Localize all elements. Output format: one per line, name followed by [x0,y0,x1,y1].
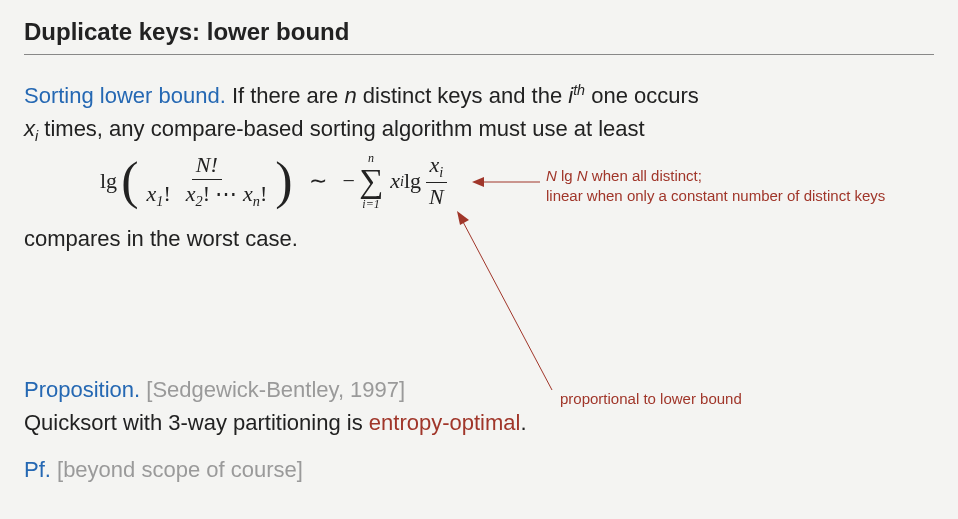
below-formula-text: compares in the worst case. [24,222,934,255]
minus-sign: − [343,168,355,194]
var-n: n [344,83,356,108]
sim-symbol: ∼ [309,168,327,194]
annot1-N1: N [546,167,557,184]
den-e1: ! [163,181,170,206]
keyword-pf: Pf. [24,457,51,482]
sup-th: th [573,82,585,98]
den-xn: x [243,181,253,206]
lparen-icon: ( [121,155,138,207]
frac2-num: xi [426,152,448,183]
den-e2: ! [203,181,210,206]
term-lg: lg [404,168,421,194]
intro-text-1a: If there are [226,83,345,108]
proof-block: Pf. [beyond scope of course] [24,453,934,486]
frac2-x: x [430,152,440,177]
citation: [Sedgewick-Bentley, 1997] [140,377,405,402]
num-N-fact: N! [196,152,218,177]
proposition-block: Proposition. [Sedgewick-Bentley, 1997] Q… [24,373,934,439]
fn-lg: lg [100,168,117,194]
den-sn: n [253,193,260,209]
prop-text-a: Quicksort with 3-way partitioning is [24,410,369,435]
frac-num: N! [192,152,222,180]
pf-note: [beyond scope of course] [51,457,303,482]
sum-bot: i=1 [362,198,379,210]
den-dots: ⋯ [215,181,243,206]
intro-text-1c: one occurs [585,83,699,108]
annot1-lg: lg [557,167,577,184]
frac-xi-N: xi N [425,152,448,210]
intro-text-2a: times, any compare-based sorting algorit… [38,116,645,141]
frac-den: x1! x2! ⋯ xn! [142,180,271,210]
keyword-sorting-lower-bound: Sorting lower bound. [24,83,226,108]
rparen-icon: ) [275,155,292,207]
intro-text-1b: distinct keys and the [357,83,569,108]
annotation-proportional: proportional to lower bound [560,389,742,409]
den-x2: x [186,181,196,206]
intro-paragraph: Sorting lower bound. If there are n dist… [24,79,934,148]
term-x: x [390,168,400,194]
annotation-distinct-keys: N lg N when all distinct; linear when on… [546,166,885,207]
den-s2: 2 [195,193,202,209]
frac-multinomial: N! x1! x2! ⋯ xn! [142,152,271,210]
den-x1: x [146,181,156,206]
var-xi-x: x [24,116,35,141]
sum-symbol: n ∑ i=1 [359,152,383,210]
annot1-rest: when all distinct; [588,167,702,184]
keyword-proposition: Proposition. [24,377,140,402]
annot1-line2: linear when only a constant number of di… [546,187,885,204]
entropy-optimal: entropy-optimal [369,410,521,435]
den-en: ! [260,181,267,206]
annot1-N2: N [577,167,588,184]
frac2-i: i [439,164,443,180]
frac2-den: N [425,183,448,210]
prop-text-b: . [520,410,526,435]
slide-title: Duplicate keys: lower bound [24,18,934,55]
